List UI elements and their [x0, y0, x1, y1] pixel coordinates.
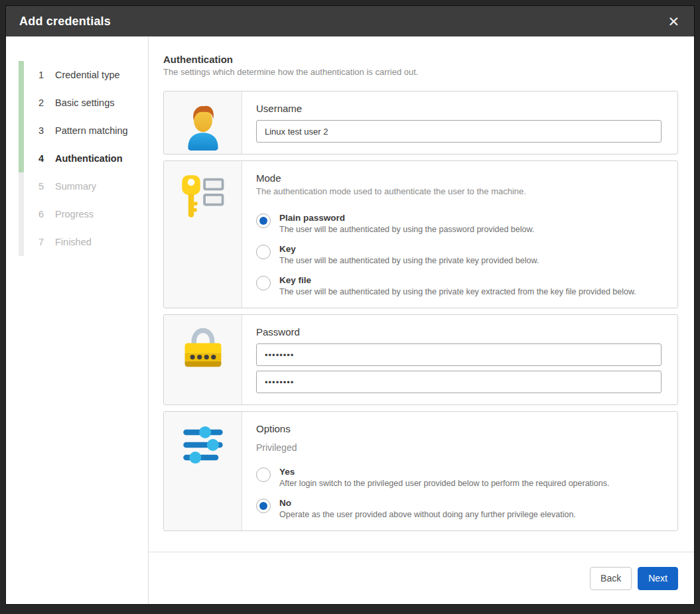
- radio-option-plain-password[interactable]: Plain password The user will be authenti…: [256, 213, 662, 234]
- mode-description: The authentication mode used to authenti…: [256, 186, 662, 196]
- step-progress-bar: [19, 228, 24, 256]
- radio-description: The user will be authenticated by using …: [279, 287, 636, 296]
- username-input[interactable]: [256, 120, 662, 143]
- step-label: Pattern matching: [55, 125, 128, 136]
- step-progress-bar: [19, 145, 24, 172]
- step-number: 3: [38, 125, 48, 136]
- lock-icon: [164, 315, 242, 404]
- step-progress-bar: [19, 172, 24, 200]
- dialog-title: Add credentials: [19, 15, 111, 29]
- radio-description: The user will be authenticated by using …: [279, 256, 539, 265]
- radio-plain-password[interactable]: [256, 214, 271, 228]
- password-label: Password: [256, 326, 662, 338]
- radio-description: Operate as the user provided above witho…: [279, 510, 576, 519]
- step-label: Authentication: [55, 153, 123, 164]
- step-number: 6: [38, 209, 48, 219]
- step-number: 1: [38, 70, 48, 80]
- step-number: 7: [38, 237, 48, 247]
- back-button[interactable]: Back: [590, 567, 632, 590]
- radio-label: No: [279, 498, 576, 508]
- step-label: Credential type: [55, 70, 120, 80]
- radio-label: Plain password: [279, 213, 534, 223]
- close-icon[interactable]: ✕: [667, 15, 679, 29]
- privileged-label: Privileged: [256, 442, 662, 453]
- username-label: Username: [256, 103, 662, 114]
- sliders-icon: [164, 412, 242, 530]
- radio-label: Key: [279, 244, 539, 254]
- radio-no[interactable]: [256, 499, 271, 513]
- step-progress-bar: [19, 61, 24, 89]
- step-label: Finished: [55, 237, 92, 247]
- wizard-step-progress: 6 Progress: [19, 200, 148, 228]
- password-confirm-input[interactable]: [256, 371, 662, 393]
- step-number: 2: [38, 97, 48, 108]
- step-number: 5: [38, 181, 48, 192]
- wizard-step-finished: 7 Finished: [19, 228, 148, 256]
- radio-key-file[interactable]: [256, 276, 271, 290]
- options-card: Options Privileged Yes After login switc…: [163, 411, 678, 531]
- wizard-step-authentication[interactable]: 4 Authentication: [19, 145, 148, 172]
- password-input[interactable]: [256, 343, 662, 366]
- dialog-header: Add credentials ✕: [6, 6, 694, 36]
- wizard-step-list: 1 Credential type 2 Basic settings 3 Pat…: [6, 36, 149, 604]
- radio-label: Yes: [279, 467, 610, 477]
- username-card: Username: [163, 91, 678, 154]
- step-progress-bar: [19, 200, 24, 228]
- mode-card: Mode The authentication mode used to aut…: [163, 160, 678, 308]
- step-number: 4: [38, 153, 48, 164]
- dialog-footer: Back Next: [149, 552, 694, 604]
- radio-description: After login switch to the privileged use…: [279, 479, 610, 488]
- radio-yes[interactable]: [256, 467, 271, 482]
- wizard-step-summary: 5 Summary: [19, 172, 148, 200]
- page-title: Authentication: [163, 54, 678, 65]
- wizard-step-credential-type[interactable]: 1 Credential type: [19, 61, 148, 89]
- radio-label: Key file: [279, 275, 636, 285]
- page-subtitle: The settings which determine how the aut…: [163, 67, 678, 77]
- step-progress-bar: [19, 117, 24, 145]
- mode-label: Mode: [256, 172, 662, 184]
- add-credentials-dialog: Add credentials ✕ 1 Credential type 2 Ba…: [5, 5, 695, 605]
- step-progress-bar: [19, 89, 24, 117]
- radio-option-privileged-yes[interactable]: Yes After login switch to the privileged…: [256, 467, 662, 488]
- step-label: Summary: [55, 181, 96, 192]
- radio-option-privileged-no[interactable]: No Operate as the user provided above wi…: [256, 498, 662, 519]
- step-label: Progress: [55, 209, 94, 219]
- radio-key[interactable]: [256, 245, 271, 259]
- radio-option-key-file[interactable]: Key file The user will be authenticated …: [256, 275, 662, 296]
- user-icon: [164, 92, 242, 154]
- wizard-step-basic-settings[interactable]: 2 Basic settings: [19, 89, 148, 117]
- options-label: Options: [256, 423, 662, 434]
- step-label: Basic settings: [55, 97, 114, 108]
- next-button[interactable]: Next: [638, 567, 678, 590]
- password-card: Password: [163, 314, 678, 405]
- key-icon: [164, 161, 242, 308]
- authentication-panel: Authentication The settings which determ…: [149, 36, 694, 552]
- radio-description: The user will be authenticated by using …: [279, 225, 534, 234]
- radio-option-key[interactable]: Key The user will be authenticated by us…: [256, 244, 662, 265]
- wizard-step-pattern-matching[interactable]: 3 Pattern matching: [19, 117, 148, 145]
